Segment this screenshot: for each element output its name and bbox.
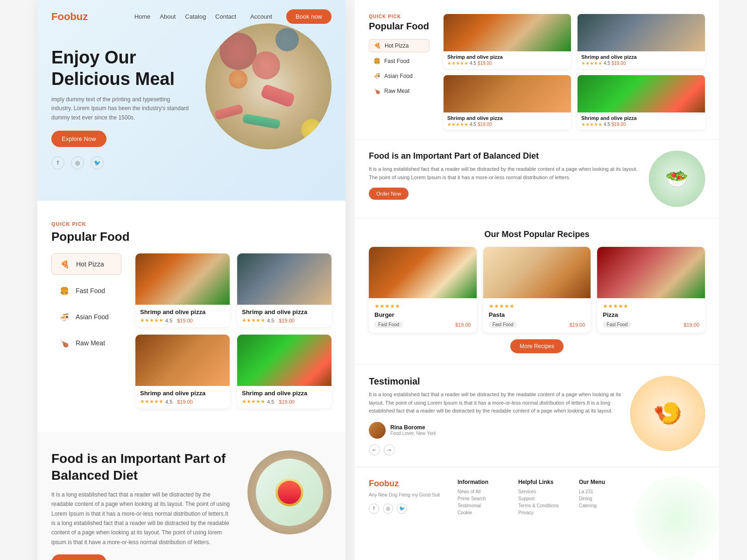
right-food-card-3[interactable]: Shrimp and olive pizza ★★★★★ 4.5 $19.00 xyxy=(444,75,571,130)
right-balanced-description: It is a long established fact that a rea… xyxy=(369,165,640,182)
footer-link-prime[interactable]: Prime Search xyxy=(458,496,504,501)
account-button[interactable]: Account xyxy=(250,13,272,20)
food-card-3-title: Shrimp and olive pizza xyxy=(140,390,225,397)
recipe-pasta-tag: Fast Food xyxy=(489,321,517,328)
testimonial-prev-button[interactable]: ← xyxy=(369,444,380,455)
balanced-explore-button[interactable]: Explore Now xyxy=(51,554,106,560)
category-hot-pizza[interactable]: 🍕 Hot Pizza xyxy=(51,253,121,275)
footer-link-dining[interactable]: Dining xyxy=(579,496,626,501)
food-card-4[interactable]: Shrimp and olive pizza ★★★★★ 4.5 $19.00 xyxy=(237,335,331,408)
footer-link-testimonial[interactable]: Testimonial xyxy=(458,503,504,508)
order-now-button[interactable]: Order Now xyxy=(369,188,409,200)
right-category-hot-pizza[interactable]: 🍕 Hot Pizza xyxy=(369,39,430,52)
footer-facebook-icon[interactable]: f xyxy=(369,504,379,514)
nav-home[interactable]: Home xyxy=(134,13,151,20)
rating-price-2: $19.00 xyxy=(279,318,295,323)
right-food-card-4-body: Shrimp and olive pizza ★★★★★ 4.5 $19.00 xyxy=(578,112,705,130)
right-category-raw-meat[interactable]: 🍗 Raw Meat xyxy=(369,85,430,97)
recipe-pasta-price: $19.00 xyxy=(570,322,585,328)
recipes-section: Our Most Popular Recipes ★★★★★ Burger Fa… xyxy=(355,218,719,365)
right-food-card-1-body: Shrimp and olive pizza ★★★★★ 4.5 $19.00 xyxy=(444,51,571,69)
rating-value-4: 4.5 xyxy=(267,399,274,405)
food-card-3[interactable]: Shrimp and olive pizza ★★★★★ 4.5 $19.00 xyxy=(135,335,230,408)
right-price-4: $19.00 xyxy=(612,122,626,127)
rating-value-3: 4.5 xyxy=(165,399,172,405)
more-recipes-button[interactable]: More Recipes xyxy=(510,339,564,353)
footer-social: f ◎ 🐦 xyxy=(369,504,444,514)
right-stars-2: ★★★★★ xyxy=(581,61,602,66)
testimonial-food-image: 🍤 xyxy=(630,376,705,451)
recipe-burger-body: ★★★★★ Burger Fast Food $19.00 xyxy=(369,298,477,333)
right-balanced-text: Food is an Important Part of Balanced Di… xyxy=(369,151,640,200)
category-fast-food[interactable]: 🍔 Fast Food xyxy=(51,280,121,301)
recipes-title: Our Most Popular Recipes xyxy=(369,230,705,239)
category-raw-meat[interactable]: 🍗 Raw Meat xyxy=(51,333,121,353)
footer-link-terms[interactable]: Terms & Conditions xyxy=(518,503,565,508)
footer-link-services[interactable]: Services xyxy=(518,489,565,494)
hero-section: Foobuz Home About Catalog Contact Accoun… xyxy=(37,0,345,201)
right-food-card-2[interactable]: Shrimp and olive pizza ★★★★★ 4.5 $19.00 xyxy=(578,14,705,69)
footer-twitter-icon[interactable]: 🐦 xyxy=(397,504,407,514)
recipe-card-pizza[interactable]: ★★★★★ Pizza Fast Food $19.00 xyxy=(597,247,705,333)
footer-link-privacy[interactable]: Privacy xyxy=(518,510,565,515)
right-category-asian-food[interactable]: 🍜 Asian Food xyxy=(369,70,430,82)
right-category-fast-food[interactable]: 🍔 Fast Food xyxy=(369,55,430,67)
recipe-card-pasta[interactable]: ★★★★★ Pasta Fast Food $19.00 xyxy=(483,247,591,333)
right-rating-4: 4.5 xyxy=(604,122,610,127)
hot-pizza-icon: 🍕 xyxy=(58,258,71,271)
recipes-grid: ★★★★★ Burger Fast Food $19.00 ★★★★★ Past… xyxy=(369,247,705,333)
footer-link-la231[interactable]: La 231 xyxy=(579,489,626,494)
right-food-card-2-title: Shrimp and olive pizza xyxy=(581,54,701,60)
right-price-1: $19.00 xyxy=(478,61,492,66)
right-stars-3: ★★★★★ xyxy=(447,122,468,127)
nav-catalog[interactable]: Catalog xyxy=(185,13,206,20)
right-balanced-food-image: 🥗 xyxy=(649,151,705,207)
recipe-pizza-image xyxy=(597,247,705,298)
recipe-burger-tag: Fast Food xyxy=(374,321,403,328)
instagram-icon[interactable]: ◎ xyxy=(71,156,84,169)
food-categories: 🍕 Hot Pizza 🍔 Fast Food 🍜 Asian Food 🍗 R… xyxy=(51,253,121,408)
explore-button[interactable]: Explore Now xyxy=(51,131,106,147)
testimonial-description: It is a long established fact that a rea… xyxy=(369,391,621,415)
food-card-1-body: Shrimp and olive pizza ★★★★★ 4.5 $19.00 xyxy=(135,305,230,327)
nav-about[interactable]: About xyxy=(160,13,176,20)
footer-logo-accent: buz xyxy=(384,479,399,488)
twitter-icon[interactable]: 🐦 xyxy=(91,156,104,169)
author-name: Rina Borome xyxy=(390,424,436,431)
right-food-card-1[interactable]: Shrimp and olive pizza ★★★★★ 4.5 $19.00 xyxy=(444,14,571,69)
navbar: Foobuz Home About Catalog Contact Accoun… xyxy=(37,0,345,33)
footer-link-cookie[interactable]: Cookie xyxy=(458,510,504,515)
footer-link-catering[interactable]: Catering xyxy=(579,503,626,508)
hero-title: Enjoy Our Delicious Meal xyxy=(51,47,201,90)
category-asian-food[interactable]: 🍜 Asian Food xyxy=(51,307,121,327)
category-raw-meat-label: Raw Meat xyxy=(76,339,105,347)
stars-icon: ★★★★★ xyxy=(140,317,163,323)
right-fast-food-label: Fast Food xyxy=(384,58,409,64)
right-popular-layout: QUICK PICK Popular Food 🍕 Hot Pizza 🍔 Fa… xyxy=(369,14,705,130)
right-rating-1: 4.5 xyxy=(470,61,476,66)
facebook-icon[interactable]: f xyxy=(51,156,64,169)
footer-link-support[interactable]: Support xyxy=(518,496,565,501)
footer-our-menu-column: Our Menu La 231 Dining Catering xyxy=(579,479,626,517)
recipe-pizza-meta: Fast Food $19.00 xyxy=(603,321,699,328)
right-food-grid: Shrimp and olive pizza ★★★★★ 4.5 $19.00 … xyxy=(444,14,705,130)
right-food-card-4[interactable]: Shrimp and olive pizza ★★★★★ 4.5 $19.00 xyxy=(578,75,705,130)
nav-contact[interactable]: Contact xyxy=(215,13,236,20)
recipe-card-burger[interactable]: ★★★★★ Burger Fast Food $19.00 xyxy=(369,247,477,333)
testimonial-next-button[interactable]: → xyxy=(384,444,395,455)
social-icons: f ◎ 🐦 xyxy=(37,156,345,169)
food-card-2[interactable]: Shrimp and olive pizza ★★★★★ 4.5 $19.00 xyxy=(237,253,331,327)
right-hot-pizza-label: Hot Pizza xyxy=(385,42,409,49)
right-food-card-2-rating: ★★★★★ 4.5 $19.00 xyxy=(581,61,701,66)
food-card-1[interactable]: Shrimp and olive pizza ★★★★★ 4.5 $19.00 xyxy=(135,253,230,327)
right-food-card-3-title: Shrimp and olive pizza xyxy=(447,115,567,121)
recipe-pizza-stars: ★★★★★ xyxy=(603,303,699,309)
book-now-button[interactable]: Book now xyxy=(286,9,331,24)
balanced-text: Food is an Important Part of Balanced Di… xyxy=(51,450,233,560)
right-categories: QUICK PICK Popular Food 🍕 Hot Pizza 🍔 Fa… xyxy=(369,14,430,130)
footer-link-news[interactable]: News of All xyxy=(458,489,504,494)
footer-instagram-icon[interactable]: ◎ xyxy=(383,504,393,514)
footer-information-column: Information News of All Prime Search Tes… xyxy=(458,479,504,517)
popular-layout: 🍕 Hot Pizza 🍔 Fast Food 🍜 Asian Food 🍗 R… xyxy=(51,253,331,408)
food-card-4-rating: ★★★★★ 4.5 $19.00 xyxy=(242,399,327,405)
